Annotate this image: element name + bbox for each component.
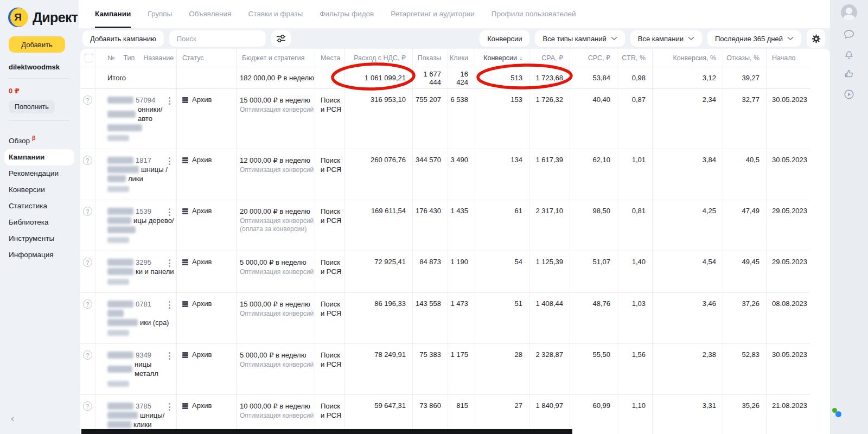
help-icon[interactable]: ?	[83, 156, 92, 165]
add-campaign-button[interactable]: Добавить кампанию	[82, 30, 164, 47]
table-settings-button[interactable]	[807, 29, 825, 48]
tab-campaigns[interactable]: Кампании	[95, 0, 131, 28]
cpc-value: 51,07	[570, 251, 617, 292]
row-menu-icon[interactable]	[168, 351, 171, 361]
col-budget: Бюджет и стратегия	[237, 49, 315, 67]
help-icon[interactable]: ?	[83, 95, 92, 105]
row-menu-icon[interactable]	[168, 156, 171, 166]
campaign-row[interactable]: ? 3295 ки и панели Архив 5 000,00 ₽ в не…	[80, 251, 810, 293]
campaign-row[interactable]: ? 57094 онники/ авто Архив 15 000,00 ₽ в…	[80, 89, 810, 149]
sidebar-item-recommendations[interactable]: Рекомендации	[0, 165, 79, 182]
help-icon[interactable]: ?	[83, 258, 92, 267]
col-impressions[interactable]: Показы	[413, 49, 448, 67]
campaign-name-cell[interactable]: 0781 ики (cpa)	[95, 293, 177, 343]
col-ctr[interactable]: CTR, %	[617, 49, 653, 67]
start-date-value: 30.05.2023	[767, 344, 810, 394]
campaign-sublabel-redacted	[107, 278, 176, 287]
search-input[interactable]	[169, 30, 266, 47]
avatar[interactable]	[841, 4, 857, 21]
topup-button[interactable]: Пополнить	[9, 100, 55, 113]
filter-settings-button[interactable]	[271, 30, 291, 47]
thumbs-up-icon[interactable]	[843, 68, 856, 81]
campaign-row[interactable]: ? 0781 ики (cpa) Архив 15 000,00 ₽ в нед…	[80, 293, 810, 344]
col-clicks[interactable]: Клики	[448, 49, 475, 67]
chat-icon[interactable]	[843, 28, 856, 41]
tab-retargeting[interactable]: Ретаргетинг и аудитории	[391, 0, 475, 28]
tab-feed-filters[interactable]: Фильтры фидов	[320, 0, 374, 28]
campaign-name-cell[interactable]: 9349 ницы металл	[95, 344, 177, 394]
row-menu-icon[interactable]	[168, 207, 171, 217]
status-label: Архив	[192, 299, 212, 308]
row-menu-icon[interactable]	[168, 402, 171, 412]
row-menu-icon[interactable]	[168, 258, 171, 268]
collapse-sidebar-icon[interactable]: ‹	[11, 413, 14, 423]
right-icon-bar	[830, 0, 868, 434]
conversions-value: 61	[475, 200, 529, 251]
sidebar-item-statistics[interactable]: Статистика	[0, 198, 79, 214]
clicks-value: 6 538	[448, 89, 475, 149]
tab-bids-phrases[interactable]: Ставки и фразы	[248, 0, 303, 28]
tab-user-profiles[interactable]: Профили пользователей	[492, 0, 576, 28]
status-label: Архив	[192, 350, 212, 359]
help-icon[interactable]: ?	[83, 350, 92, 360]
campaign-name-cell[interactable]: 1539 ицы дерево/	[95, 200, 177, 251]
clicks-value: 1 175	[448, 344, 475, 394]
sidebar-item-conversions[interactable]: Конверсии	[0, 182, 79, 198]
strategy-label: Оптимизация конверсий	[240, 412, 315, 420]
campaign-name-cell[interactable]: 57094 онники/ авто	[95, 89, 177, 149]
col-bounces[interactable]: Отказы, %	[723, 49, 767, 67]
col-cost[interactable]: Расход с НДС, ₽	[345, 49, 413, 67]
help-icon[interactable]: ?	[83, 299, 92, 309]
campaign-name-cell[interactable]: 3295 ки и панели	[95, 251, 177, 292]
places-value: Поиск и РСЯ	[315, 344, 345, 394]
add-button[interactable]: Добавить	[9, 36, 65, 53]
row-menu-icon[interactable]	[168, 96, 171, 106]
places-value: Поиск и РСЯ	[315, 293, 345, 343]
logo[interactable]: Я Директ	[0, 7, 79, 28]
col-conv-rate[interactable]: Конверсия, %	[653, 49, 723, 67]
totals-cpc: 53,84	[570, 67, 617, 88]
balance-amount: 0 ₽	[0, 79, 79, 95]
clicks-value: 1 473	[448, 293, 475, 343]
row-menu-icon[interactable]	[168, 300, 171, 310]
budget-value: 20 000,00 ₽ в неделю	[240, 207, 315, 216]
campaign-name-cell[interactable]: 1817 шницы /лики	[95, 149, 177, 200]
sidebar: Я Директ Добавить dilektwoodmsk 0 ₽ Попо…	[0, 0, 79, 434]
strategy-label: Оптимизация конверсий	[240, 268, 315, 276]
select-all-checkbox[interactable]	[85, 54, 93, 62]
strategy-label: Оптимизация конверсий	[240, 106, 315, 114]
col-start[interactable]: Начало	[767, 49, 810, 67]
chat-widget-badge[interactable]	[832, 408, 843, 419]
help-icon[interactable]: ?	[83, 207, 92, 216]
bounces-value: 47,49	[723, 200, 767, 251]
campaign-row[interactable]: ? 3785 шницы/клики Архив 10 000,00 ₽ в н…	[80, 395, 810, 434]
campaign-name-cell[interactable]: 3785 шницы/клики	[95, 395, 177, 434]
toolbar: Добавить кампанию Конверсии Все типы кам…	[79, 28, 830, 49]
campaign-row[interactable]: ? 1539 ицы дерево/ Архив 20 000,00 ₽ в н…	[80, 200, 810, 251]
col-cpc[interactable]: CPC, ₽	[570, 49, 617, 67]
campaigns-table: № Тип Название Статус Бюджет и стратегия…	[80, 49, 830, 434]
totals-conv-rate: 3,12	[653, 67, 723, 88]
conv-rate-value: 4,25	[653, 200, 723, 251]
campaign-row[interactable]: ? 9349 ницы металл Архив 5 000,00 ₽ в не…	[80, 344, 810, 395]
col-cpa[interactable]: CPA, ₽	[529, 49, 570, 67]
sidebar-item-overview[interactable]: Обзорβ	[0, 130, 79, 149]
strategy-label: Оптимизация конверсий	[240, 166, 315, 174]
notifications-bell-icon[interactable]	[843, 48, 856, 61]
sidebar-item-campaigns[interactable]: Кампании	[4, 149, 74, 165]
campaign-row[interactable]: ? 1817 шницы /лики Архив 12 000,00 ₽ в н…	[80, 149, 810, 200]
tab-groups[interactable]: Группы	[148, 0, 172, 28]
col-conversions[interactable]: Конверсии↓	[475, 49, 529, 67]
sidebar-item-library[interactable]: Библиотека	[0, 214, 79, 231]
chevron-down-icon	[787, 36, 794, 41]
campaign-name: ицы дерево/	[107, 216, 176, 234]
sidebar-item-information[interactable]: Информация	[0, 247, 79, 263]
play-circle-icon[interactable]	[843, 88, 856, 101]
conversions-button[interactable]: Конверсии	[480, 30, 529, 47]
campaigns-filter[interactable]: Все кампании	[630, 30, 702, 47]
help-icon[interactable]: ?	[83, 401, 92, 411]
tab-ads[interactable]: Объявления	[189, 0, 231, 28]
period-filter[interactable]: Последние 365 дней	[707, 30, 801, 47]
campaign-type-filter[interactable]: Все типы кампаний	[535, 30, 624, 47]
sidebar-item-tools[interactable]: Инструменты	[0, 231, 79, 247]
